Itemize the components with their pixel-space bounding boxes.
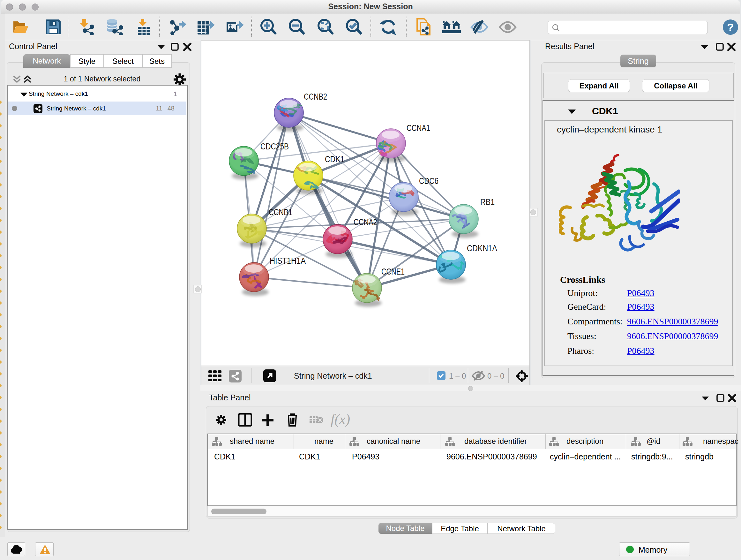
svg-text:RB1: RB1: [480, 197, 495, 207]
svg-text:CDC25B: CDC25B: [260, 141, 289, 151]
svg-text:HIST1H1A: HIST1H1A: [270, 256, 306, 266]
svg-text:CCNA2: CCNA2: [354, 217, 377, 227]
svg-text:CCNE1: CCNE1: [381, 266, 405, 276]
svg-text:CDK1: CDK1: [325, 154, 344, 164]
svg-text:CCNB2: CCNB2: [304, 91, 327, 102]
svg-text:CDC6: CDC6: [419, 176, 439, 186]
svg-text:CDKN1A: CDKN1A: [467, 243, 497, 253]
svg-text:CCNB1: CCNB1: [269, 207, 292, 217]
svg-text:CCNA1: CCNA1: [407, 123, 430, 133]
